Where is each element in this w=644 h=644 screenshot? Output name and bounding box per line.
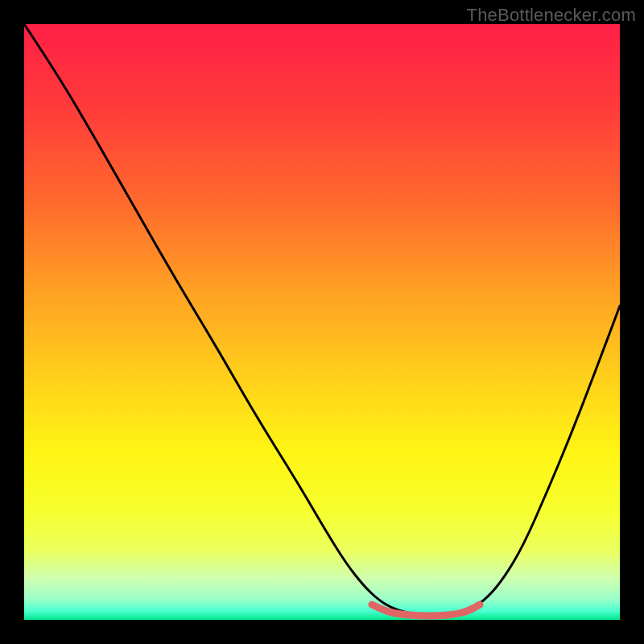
chart-stage: TheBottlenecker.com — [0, 0, 644, 644]
chart-svg — [0, 0, 644, 644]
